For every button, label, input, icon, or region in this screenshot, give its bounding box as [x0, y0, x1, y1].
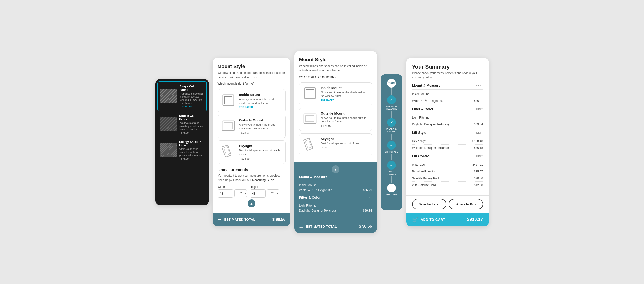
panel-footer: ☰ ESTIMATED TOTAL $ 98.56 — [213, 213, 290, 226]
summary-drawer: ▼ Mount & Measure EDIT Inside Mount Widt… — [294, 162, 377, 220]
mount-info: Outside Mount Allows you to mount the sh… — [239, 118, 282, 134]
fabric-option-double-cell[interactable]: Double Cell Fabric Two layers of cells p… — [157, 111, 207, 137]
save-for-later-button[interactable]: Save for Later — [412, 199, 446, 209]
summary-item: Daylight (Designer Textures) $69.34 — [412, 122, 483, 127]
width-fraction-select[interactable]: ½"¼"¾" — [234, 189, 247, 197]
drawer-mount-section: Mount & Measure EDIT Inside Mount Width:… — [299, 175, 372, 193]
mount-badge: TOP RATED — [321, 99, 368, 102]
drawer-item-label: Inside Mount — [299, 183, 316, 187]
step-connector — [391, 176, 392, 183]
fabric-option-single-cell[interactable]: Single Cell Fabric Traps hot and cold ai… — [157, 81, 207, 111]
fabric-thumbnail — [160, 117, 177, 131]
summary-edit-lift-style-btn[interactable]: EDIT — [476, 131, 483, 134]
step-filter[interactable]: ✓ FILTER & COLOR — [384, 118, 400, 133]
where-to-buy-button[interactable]: Where to Buy — [449, 199, 483, 209]
mount-option-skylight[interactable]: Skylight Best for tall spaces or out of … — [299, 133, 372, 155]
fabric-info: Energy Shield™ Liner A thin, clear layer… — [179, 140, 204, 160]
fabric-price: + $78.99 — [179, 157, 204, 160]
drawer-item-label: Daylight (Designer Textures) — [299, 209, 336, 212]
measurements-desc: It's important to get your measurements … — [218, 173, 286, 182]
collapse-chevron[interactable]: ▼ — [332, 165, 340, 173]
drawer-edit-mount[interactable]: EDIT — [366, 176, 372, 179]
mount-desc: Allows you to mount the shade inside the… — [321, 91, 368, 98]
mount-illustration — [303, 86, 318, 101]
dimensions-row: Width ½"¼"¾" Height ½"¼"¾" — [218, 185, 286, 197]
step-lift-control[interactable]: ✓ LIFT CONTROL — [384, 161, 400, 176]
mount-name: Outside Mount — [321, 112, 368, 115]
drawer-section-title: Filter & Color — [299, 196, 321, 199]
panel-content: Mount Style Window blinds and shades can… — [294, 51, 377, 162]
summary-item: Motorized $497.51 — [412, 162, 483, 168]
fabric-desc: Traps hot and cold air in cellular pocke… — [180, 92, 204, 105]
summary-edit-filter-btn[interactable]: EDIT — [476, 108, 483, 111]
measuring-guide-link[interactable]: Measuring Guide — [252, 178, 274, 182]
width-input[interactable] — [218, 189, 233, 197]
fabric-name: Single Cell Fabric — [180, 85, 204, 92]
summary-section-header: Lift Control EDIT — [412, 154, 483, 160]
summary-item-price: $497.51 — [472, 163, 483, 166]
step-label-lift-control: LIFT CONTROL — [384, 171, 400, 176]
mount-desc: Allows you to mount the shade outside th… — [239, 123, 282, 130]
chevron-up-icon: ▲ — [250, 201, 253, 205]
step-mount[interactable]: ✓ MOUNT & MEASURE — [384, 96, 400, 111]
list-icon: ☰ — [299, 224, 303, 229]
mount-option-outside[interactable]: Outside Mount Allows you to mount the sh… — [299, 108, 372, 131]
drawer-item-price: $86.21 — [363, 188, 372, 192]
fabric-thumbnail — [160, 89, 177, 104]
mount-badge: TOP RATED — [239, 106, 282, 109]
summary-section-lift-control: Lift Control EDIT Motorized $497.51 Prem… — [412, 154, 483, 188]
mount-desc: Allows you to mount the shade inside the… — [239, 97, 282, 105]
step-circle-mount: ✓ — [387, 96, 396, 104]
mount-price: + $78.99 — [239, 157, 282, 160]
width-group: Width ½"¼"¾" — [218, 185, 247, 197]
svg-rect-1 — [224, 96, 232, 104]
height-fraction-select[interactable]: ½"¼"¾" — [267, 189, 279, 197]
summary-edit-lift-control-btn[interactable]: EDIT — [476, 155, 483, 158]
fabric-selector-panel: Single Cell Fabric Traps hot and cold ai… — [156, 79, 209, 205]
mount-option-skylight[interactable]: Skylight Best for tall spaces or out of … — [218, 140, 286, 164]
chevron-down-icon: ▼ — [334, 167, 337, 171]
step-label-lift-style: LIFT STYLE — [385, 151, 398, 153]
summary-section-header: Mount & Measure EDIT — [412, 84, 483, 90]
step-summary[interactable]: SUMMARY — [384, 184, 400, 196]
mount-help-link[interactable]: Which mount is right for me? — [218, 82, 286, 85]
estimated-total-label: ESTIMATED TOTAL — [306, 225, 337, 228]
svg-rect-11 — [306, 116, 314, 122]
summary-item: Light Filtering — [412, 115, 483, 121]
height-input[interactable] — [250, 189, 266, 197]
mount-illustration — [221, 118, 236, 133]
step-connector — [391, 88, 392, 95]
list-icon: ☰ — [218, 217, 222, 222]
step-label-mount: MOUNT & MEASURE — [384, 105, 400, 111]
mount-help-link[interactable]: Which mount is right for me? — [299, 75, 372, 79]
fabric-option-energy-shield[interactable]: Energy Shield™ Liner A thin, clear layer… — [157, 137, 207, 163]
summary-section-filter: Filter & Color EDIT Light Filtering Dayl… — [412, 107, 483, 127]
step-circle-lift-control: ✓ — [387, 161, 396, 170]
fabric-name: Double Cell Fabric — [179, 114, 204, 121]
drawer-section-header: Filter & Color EDIT — [299, 196, 372, 201]
fabric-thumbnail — [160, 143, 177, 157]
summary-section-header: Lift Style EDIT — [412, 131, 483, 137]
summary-section-title: Lift Control — [412, 154, 430, 158]
svg-rect-8 — [306, 89, 314, 97]
height-group: Height ½"¼"¾" — [250, 185, 279, 197]
drawer-edit-filter[interactable]: EDIT — [366, 196, 372, 199]
summary-edit-mount-btn[interactable]: EDIT — [476, 84, 483, 87]
summary-item: Day / Night $188.48 — [412, 139, 483, 145]
step-connector — [391, 111, 392, 118]
estimated-total-label: ESTIMATED TOTAL — [224, 218, 255, 221]
summary-section-title: Lift Style — [412, 131, 426, 135]
summary-item-label: Daylight (Designer Textures) — [412, 123, 449, 126]
cart-total-price[interactable]: $910.17 — [467, 217, 483, 222]
mount-price: + $78.99 — [321, 124, 368, 127]
mount-option-outside[interactable]: Outside Mount Allows you to mount the sh… — [218, 115, 286, 138]
panel-content: Mount Style Window blinds and shades can… — [213, 58, 290, 213]
summary-section-title: Filter & Color — [412, 107, 434, 111]
step-lift-style[interactable]: ✓ LIFT STYLE — [384, 141, 400, 153]
summary-item-price: $12.08 — [474, 183, 483, 187]
mount-info: Skylight Best for tall spaces or out of … — [321, 137, 368, 149]
mount-option-inside[interactable]: Inside Mount Allows you to mount the sha… — [218, 89, 286, 112]
mount-illustration — [303, 137, 318, 152]
mount-option-inside[interactable]: Inside Mount Allows you to mount the sha… — [299, 82, 372, 105]
expand-chevron[interactable]: ▲ — [248, 199, 256, 207]
